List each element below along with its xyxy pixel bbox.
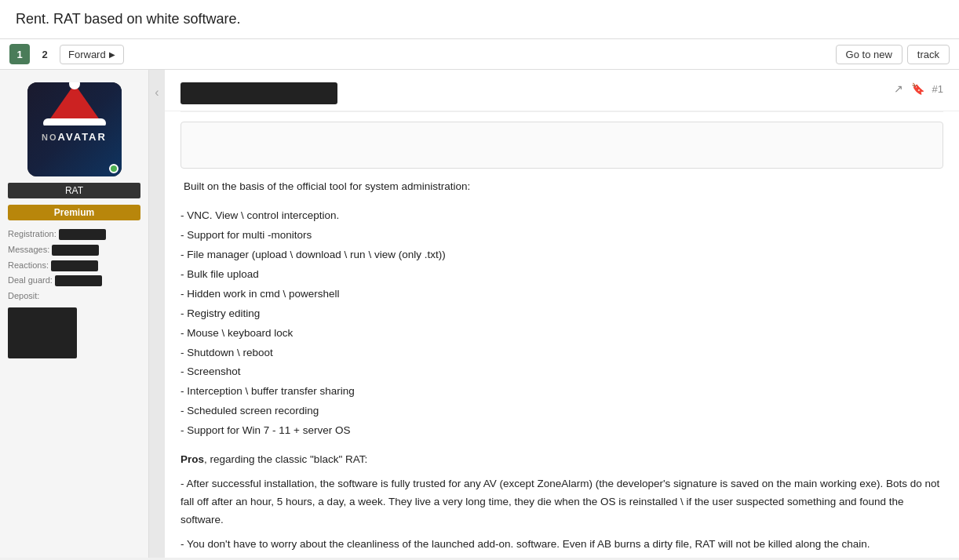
premium-badge: Premium <box>8 205 140 220</box>
avatar-container: NOAVATAR <box>27 82 122 176</box>
go-to-new-button[interactable]: Go to new <box>836 45 902 64</box>
sidebar: NOAVATAR RAT Premium Registration: Messa… <box>0 70 149 558</box>
track-button[interactable]: track <box>907 45 950 64</box>
santa-hat-icon <box>35 82 114 125</box>
feature-5: - Hidden work in cmd \ powershell <box>180 285 943 304</box>
online-indicator <box>109 164 119 173</box>
feature-12: - Support for Win 7 - 11 + server OS <box>180 422 943 440</box>
forward-button[interactable]: Forward ▶ <box>60 45 124 64</box>
feature-3: - File manager (upload \ download \ run … <box>180 246 943 264</box>
pros-text-1: - After successful installation, the sof… <box>180 475 943 529</box>
feature-6: - Registry editing <box>180 305 943 323</box>
feature-4: - Bulk file upload <box>180 266 943 284</box>
post-header-actions: ↗ 🔖 #1 <box>894 82 943 95</box>
page-1-button[interactable]: 1 <box>9 44 30 64</box>
bookmark-icon[interactable]: 🔖 <box>911 82 924 95</box>
feature-10: - Interception \ buffer transfer sharing <box>180 383 943 401</box>
share-icon[interactable]: ↗ <box>894 82 903 95</box>
username-bar: RAT <box>8 183 140 198</box>
separator <box>180 111 943 112</box>
post-title-redacted <box>180 82 337 104</box>
feature-8: - Shutdown \ reboot <box>180 344 943 362</box>
nav-bar: 1 2 Forward ▶ Go to new track <box>0 39 959 70</box>
page-2-button[interactable]: 2 <box>35 44 55 64</box>
post-header: ↗ 🔖 #1 <box>165 70 959 111</box>
forward-arrow-icon: ▶ <box>109 50 115 59</box>
pros-section: Pros, regarding the classic "black" RAT:… <box>180 451 943 554</box>
post-number: #1 <box>932 83 943 95</box>
feature-7: - Mouse \ keyboard lock <box>180 325 943 343</box>
post-intro: Built on the basis of the official tool … <box>184 178 943 196</box>
svg-marker-0 <box>47 84 102 123</box>
svg-rect-1 <box>43 118 106 125</box>
page-title: Rent. RAT based on white software. <box>16 11 240 27</box>
forward-label: Forward <box>68 49 106 60</box>
pros-heading-line: Pros, regarding the classic "black" RAT: <box>180 451 943 469</box>
feature-9: - Screenshot <box>180 363 943 381</box>
svg-point-2 <box>69 82 80 89</box>
input-area[interactable] <box>180 122 943 169</box>
user-stats: Registration: Messages: Reactions: Deal … <box>8 227 140 358</box>
pros-text-2: - You don't have to worry about the clea… <box>180 536 943 554</box>
feature-1: - VNC. View \ control interception. <box>180 207 943 225</box>
page-title-bar: Rent. RAT based on white software. <box>0 0 959 39</box>
feature-11: - Scheduled screen recording <box>180 402 943 420</box>
content-area: NOAVATAR RAT Premium Registration: Messa… <box>0 70 959 558</box>
collapse-arrow-area[interactable]: ‹ <box>149 70 165 558</box>
pros-bold: Pros <box>180 453 204 465</box>
pros-intro: , regarding the classic "black" RAT: <box>204 453 367 465</box>
feature-2: - Support for multi -monitors <box>180 227 943 245</box>
main-content: ↗ 🔖 #1 Built on the basis of the officia… <box>165 70 959 558</box>
post-body: Built on the basis of the official tool … <box>165 178 959 558</box>
avatar-label: NOAVATAR <box>27 131 122 143</box>
feature-list: - VNC. View \ control interception. - Su… <box>180 207 943 440</box>
